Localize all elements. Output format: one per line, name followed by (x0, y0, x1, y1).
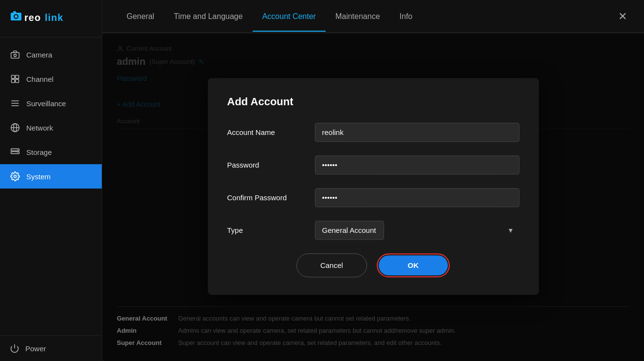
svg-text:reo: reo (24, 12, 41, 23)
sidebar-item-system-label: System (26, 172, 51, 181)
tab-account-center[interactable]: Account Center (253, 1, 326, 32)
sidebar-nav: Camera Channel Su (0, 38, 102, 335)
sidebar-item-surveillance[interactable]: Surveillance (0, 91, 102, 115)
sidebar-item-channel[interactable]: Channel (0, 67, 102, 91)
ok-button-wrapper: OK (377, 253, 450, 277)
svg-rect-19 (11, 152, 19, 153)
sidebar-item-system[interactable]: System (0, 164, 102, 189)
tab-maintenance[interactable]: Maintenance (326, 1, 390, 32)
svg-point-21 (17, 152, 18, 153)
logo: reo link (10, 9, 92, 26)
account-name-label: Account Name (227, 128, 315, 136)
tab-info[interactable]: Info (390, 1, 423, 32)
sidebar-footer: Power (0, 335, 102, 361)
network-icon (10, 122, 20, 133)
logo-area: reo link (0, 0, 102, 38)
ok-button[interactable]: OK (379, 255, 448, 275)
svg-rect-10 (12, 79, 15, 83)
tab-time-language[interactable]: Time and Language (164, 1, 253, 32)
cancel-button[interactable]: Cancel (296, 253, 367, 277)
password-input[interactable] (315, 155, 519, 174)
confirm-password-label: Confirm Password (227, 193, 315, 202)
svg-rect-3 (13, 11, 16, 13)
header: General Time and Language Account Center… (102, 0, 644, 33)
password-label: Password (227, 161, 315, 169)
sidebar-item-surveillance-label: Surveillance (26, 99, 66, 108)
type-select[interactable]: General Account Admin Super Account (315, 221, 384, 240)
power-icon (10, 343, 19, 353)
main-content: General Time and Language Account Center… (102, 0, 644, 361)
svg-rect-18 (11, 149, 19, 151)
camera-icon (10, 49, 20, 60)
confirm-password-row: Confirm Password (227, 188, 519, 207)
svg-rect-8 (12, 76, 15, 79)
sidebar-item-channel-label: Channel (26, 75, 54, 83)
type-select-wrapper: General Account Admin Super Account (315, 221, 519, 240)
sidebar-item-network[interactable]: Network (0, 115, 102, 140)
storage-icon (10, 147, 20, 157)
sidebar-item-camera-label: Camera (26, 51, 52, 59)
close-button[interactable]: ✕ (616, 8, 629, 25)
confirm-password-input[interactable] (315, 188, 519, 207)
power-label: Power (25, 344, 46, 353)
svg-point-2 (15, 15, 18, 18)
account-name-input[interactable] (315, 123, 519, 142)
tab-general[interactable]: General (117, 1, 164, 32)
surveillance-icon (10, 98, 20, 109)
password-row: Password (227, 155, 519, 174)
svg-rect-9 (16, 76, 19, 79)
sidebar-item-camera[interactable]: Camera (0, 42, 102, 67)
sidebar-item-storage[interactable]: Storage (0, 140, 102, 164)
svg-point-20 (17, 150, 18, 151)
svg-rect-6 (11, 53, 19, 58)
account-name-row: Account Name (227, 123, 519, 142)
sidebar: reo link Camera (0, 0, 102, 361)
svg-point-7 (14, 54, 17, 57)
svg-point-22 (14, 175, 17, 178)
type-row: Type General Account Admin Super Account (227, 221, 519, 240)
tabs: General Time and Language Account Center… (117, 1, 616, 32)
dialog-title: Add Account (227, 95, 519, 108)
dialog-buttons: Cancel OK (227, 253, 519, 277)
svg-text:link: link (45, 12, 63, 23)
power-button[interactable]: Power (10, 343, 92, 353)
sidebar-item-network-label: Network (26, 124, 53, 132)
content-area: Current Account admin (Super Account) ✎ … (102, 33, 644, 361)
type-label: Type (227, 226, 315, 234)
channel-icon (10, 74, 20, 84)
sidebar-item-storage-label: Storage (26, 148, 52, 156)
add-account-dialog: Add Account Account Name Password Confir… (208, 78, 539, 295)
system-icon (10, 171, 20, 182)
svg-rect-11 (16, 79, 19, 83)
